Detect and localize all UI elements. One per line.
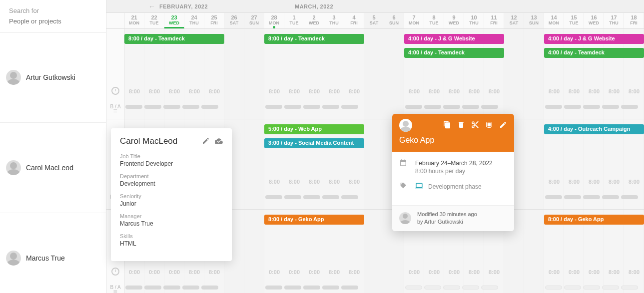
day-column[interactable]: 7MON (404, 13, 424, 28)
capacity-pill (303, 286, 320, 290)
booking-bar[interactable]: 4:00 / day - Teamdeck (404, 48, 504, 58)
resource-lane: ≡8:00 / day - Teamdeck8:00 / day - Teamd… (106, 29, 644, 119)
capacity-pill (125, 105, 142, 109)
cut-icon[interactable] (471, 121, 479, 130)
search-label: Search for (9, 7, 97, 14)
prev-month-icon[interactable]: ← (148, 2, 156, 10)
person-row[interactable]: Carol MacLeod (0, 123, 106, 213)
hour-cell: 8:00 (344, 178, 364, 187)
capacity-pill (284, 195, 301, 199)
day-column[interactable]: 27SUN (244, 13, 264, 28)
booking-bar[interactable]: 8:00 / day - Geko App (264, 215, 364, 225)
ba-label: B / A (106, 285, 124, 290)
modifier-avatar (399, 212, 411, 224)
capacity-pill (481, 105, 498, 109)
booking-bar[interactable]: 4:00 / day - J & G Website (544, 34, 644, 44)
hour-cell: 8:00 (304, 178, 324, 187)
hour-cell: 8:00 (604, 88, 624, 97)
day-column[interactable]: 15TUE (564, 13, 584, 28)
day-column[interactable]: 6SUN (384, 13, 404, 28)
day-column[interactable]: 22TUE (144, 13, 164, 28)
day-column[interactable]: 24THU (184, 13, 204, 28)
capacity-pill (405, 286, 422, 290)
hour-cell: 8:00 (624, 88, 644, 97)
day-column[interactable]: 16WED (584, 13, 604, 28)
task-dates: February 24–March 28, 2022 (415, 159, 493, 168)
hour-cell: 8:00 (204, 269, 224, 278)
day-column[interactable]: 4FRI (344, 13, 364, 28)
day-column[interactable]: 2WED (304, 13, 324, 28)
day-column[interactable]: 3THU (324, 13, 344, 28)
hour-cell: 0:00 (404, 269, 424, 278)
capacity-pill (462, 286, 479, 290)
day-column[interactable]: 14MON (544, 13, 564, 28)
cloud-icon[interactable] (215, 137, 223, 146)
profile-field-value: Junior (120, 200, 223, 207)
avatar (6, 160, 21, 175)
search-box[interactable]: Search for (0, 0, 106, 32)
day-header: 21MON22TUE23WED24THU25FRI26SAT27SUN28MON… (106, 13, 644, 29)
search-input[interactable] (9, 17, 97, 25)
booking-bar[interactable]: 8:00 / day - Geko App (544, 215, 644, 225)
avatar (6, 70, 21, 85)
hour-cell: 0:00 (304, 269, 324, 278)
day-column[interactable]: 28MON (264, 13, 284, 28)
profile-field-value: Marcus True (120, 220, 223, 227)
day-column[interactable]: 17THU (604, 13, 624, 28)
hour-cell: 8:00 (564, 178, 584, 187)
booking-bar[interactable]: 8:00 / day - Teamdeck (264, 34, 364, 44)
edit-icon[interactable] (202, 137, 210, 146)
clock-icon (111, 87, 119, 95)
capacity-pill (621, 105, 638, 109)
day-column[interactable]: 23WED (164, 13, 184, 28)
person-row[interactable]: Marcus True (0, 213, 106, 293)
hour-cell: 8:00 (284, 88, 304, 97)
day-column[interactable]: 12SAT (504, 13, 524, 28)
capacity-pill (405, 105, 422, 109)
hour-cell: 8:00 (584, 178, 604, 187)
hour-cell: 0:00 (584, 269, 604, 278)
edit-task-icon[interactable] (499, 121, 507, 130)
profile-field-value: Frontend Developer (120, 160, 223, 167)
booking-bar[interactable]: 8:00 / day - Teamdeck (124, 34, 224, 44)
day-column[interactable]: 25FRI (204, 13, 224, 28)
booking-bar[interactable]: 4:00 / day - J & G Website (404, 34, 504, 44)
capacity-pill (284, 286, 301, 290)
capacity-pill (341, 105, 358, 109)
capacity-pill (545, 105, 562, 109)
hour-cell: 8:00 (324, 178, 344, 187)
duplicate-icon[interactable] (485, 121, 493, 130)
booking-bar[interactable]: 5:00 / day - Web App (264, 124, 364, 134)
day-column[interactable]: 21MON (124, 13, 144, 28)
booking-bar[interactable]: 3:00 / day - Social Media Content (264, 138, 364, 148)
capacity-pill (303, 195, 320, 199)
month-feb: FEBRUARY, 2022 (159, 3, 208, 9)
day-column[interactable]: 13SUN (524, 13, 544, 28)
person-name: Marcus True (26, 254, 65, 262)
capacity-pill (564, 105, 581, 109)
booking-bar[interactable]: 4:00 / day - Outreach Campaign (544, 124, 644, 134)
profile-field-label: Seniority (120, 193, 223, 199)
capacity-pill (163, 286, 180, 290)
profile-card: Carol MacLeod Job TitleFrontend Develope… (111, 128, 232, 261)
capacity-pill (265, 195, 282, 199)
person-row[interactable]: Artur Gutkowski (0, 32, 106, 123)
laptop-icon (415, 182, 423, 191)
day-column[interactable]: 5SAT (364, 13, 384, 28)
modified-by: by Artur Gutkowski (417, 218, 477, 226)
day-column[interactable]: 8TUE (424, 13, 444, 28)
capacity-pill (265, 286, 282, 290)
day-column[interactable]: 9WED (444, 13, 464, 28)
day-column[interactable]: 10THU (464, 13, 484, 28)
delete-icon[interactable] (457, 121, 465, 130)
booking-bar[interactable]: 4:00 / day - Teamdeck (544, 48, 644, 58)
capacity-pill (443, 286, 460, 290)
day-column[interactable]: 26SAT (224, 13, 244, 28)
day-column[interactable]: 1TUE (284, 13, 304, 28)
capacity-pill (341, 195, 358, 199)
hour-cell: 8:00 (164, 88, 184, 97)
day-column[interactable]: 18FRI (624, 13, 644, 28)
profile-name: Carol MacLeod (120, 136, 177, 146)
day-column[interactable]: 11FRI (484, 13, 504, 28)
copy-icon[interactable] (443, 121, 451, 130)
